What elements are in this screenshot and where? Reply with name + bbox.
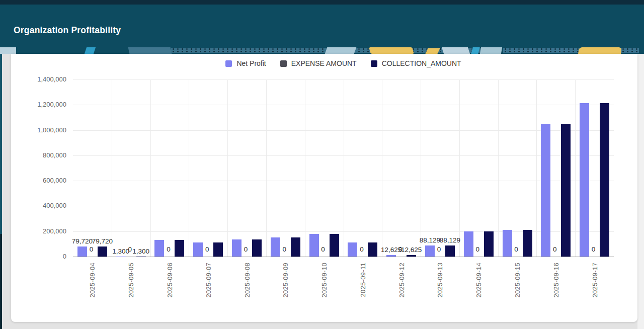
bar-collection-amount-2025-09-15[interactable] (523, 230, 532, 257)
value-label-expense: 0 (437, 245, 441, 253)
page-header: Organization Profitability (0, 5, 644, 46)
value-label-expense: 0 (167, 245, 171, 253)
bar-collection-amount-2025-09-04[interactable] (98, 246, 107, 257)
bar-net-profit-2025-09-15[interactable] (503, 230, 512, 257)
vertical-gridline (575, 79, 576, 257)
y-axis-tick-label: 400,000 (16, 202, 66, 210)
x-axis-tick-label: 2025-09-15 (513, 263, 522, 298)
right-edge-gutter (637, 54, 644, 329)
bar-net-profit-2025-09-08[interactable] (232, 239, 242, 257)
x-axis-tick-label: 2025-09-11 (359, 263, 367, 297)
value-label-expense: 0 (475, 245, 479, 253)
bar-collection-amount-2025-09-16[interactable] (561, 124, 571, 257)
vertical-gridline (498, 79, 499, 257)
value-label-collection: 12,625 (401, 246, 422, 254)
chart-card: Net ProfitEXPENSE AMOUNTCOLLECTION_AMOUN… (11, 54, 637, 322)
banner-decoration (578, 47, 622, 54)
bar-net-profit-2025-09-12[interactable] (386, 255, 396, 257)
banner-decoration (369, 47, 414, 54)
value-label-expense: 0 (90, 245, 94, 253)
banner-decoration (480, 47, 502, 54)
vertical-gridline (344, 79, 344, 257)
vertical-gridline (536, 79, 537, 257)
bar-net-profit-2025-09-06[interactable] (154, 240, 164, 257)
bar-collection-amount-2025-09-12[interactable] (407, 255, 416, 257)
vertical-gridline (421, 79, 421, 257)
bar-collection-amount-2025-09-17[interactable] (600, 103, 609, 257)
x-axis-tick-label: 2025-09-16 (552, 263, 560, 298)
bar-net-profit-2025-09-07[interactable] (193, 242, 203, 257)
x-axis-tick-label: 2025-09-06 (166, 263, 174, 298)
value-label-net-profit: 79,720 (72, 237, 93, 245)
bar-net-profit-2025-09-17[interactable] (580, 103, 589, 257)
bar-net-profit-2025-09-13[interactable] (425, 245, 435, 257)
banner-decoration (325, 47, 357, 54)
vertical-gridline (382, 79, 382, 257)
banner-decoration (0, 47, 16, 54)
bar-net-profit-2025-09-14[interactable] (464, 231, 473, 257)
decorative-banner (0, 46, 644, 54)
y-axis-tick-label: 0 (16, 253, 66, 261)
value-label-expense: 0 (205, 245, 209, 253)
profitability-bar-chart: 0200,000400,000600,000800,0001,000,0001,… (11, 54, 637, 322)
value-label-collection: 1,300 (132, 248, 149, 255)
value-label-expense: 0 (553, 245, 557, 253)
bar-net-profit-2025-09-11[interactable] (348, 242, 357, 257)
value-label-expense: 0 (592, 245, 596, 253)
y-axis-tick-label: 1,000,000 (16, 126, 66, 134)
y-axis-tick-label: 600,000 (16, 177, 66, 185)
y-axis-tick-label: 1,400,000 (16, 75, 66, 84)
vertical-gridline (189, 79, 189, 257)
y-axis-tick-label: 1,200,000 (16, 101, 66, 109)
bar-collection-amount-2025-09-08[interactable] (252, 239, 262, 257)
banner-decoration (425, 48, 440, 54)
left-edge-panel (0, 54, 2, 234)
value-label-net-profit: 1,300 (112, 248, 129, 255)
value-label-expense: 0 (283, 245, 287, 253)
vertical-gridline (266, 79, 267, 257)
banner-decoration (128, 47, 172, 54)
vertical-gridline (227, 79, 228, 257)
banner-decoration (442, 47, 470, 54)
x-axis-tick-label: 2025-09-05 (127, 263, 135, 298)
value-label-collection: 79,720 (92, 237, 113, 245)
bar-net-profit-2025-09-16[interactable] (541, 124, 550, 257)
value-label-expense: 0 (514, 245, 518, 253)
x-axis-tick-label: 2025-09-14 (474, 263, 483, 298)
bar-collection-amount-2025-09-09[interactable] (291, 237, 300, 257)
value-label-expense: 0 (360, 245, 364, 253)
bar-collection-amount-2025-09-11[interactable] (368, 242, 377, 257)
value-label-collection: 88,129 (440, 236, 460, 244)
page-title: Organization Profitability (14, 25, 121, 36)
vertical-gridline (112, 79, 112, 257)
vertical-gridline (150, 79, 151, 257)
x-axis-tick-label: 2025-09-10 (320, 263, 329, 298)
bar-net-profit-2025-09-09[interactable] (271, 237, 280, 257)
bar-collection-amount-2025-09-10[interactable] (330, 234, 339, 257)
bar-collection-amount-2025-09-13[interactable] (445, 245, 455, 257)
vertical-gridline (305, 79, 305, 257)
x-axis-tick-label: 2025-09-12 (397, 263, 406, 298)
value-label-net-profit: 88,129 (420, 236, 440, 244)
vertical-gridline (459, 79, 460, 257)
x-axis-tick-label: 2025-09-07 (204, 263, 213, 298)
bar-net-profit-2025-09-04[interactable] (77, 246, 87, 257)
x-axis-tick-label: 2025-09-17 (591, 263, 599, 298)
x-axis-tick-label: 2025-09-13 (436, 263, 444, 298)
value-label-expense: 0 (244, 245, 248, 253)
y-axis-tick-label: 200,000 (16, 227, 66, 235)
banner-decoration (85, 47, 96, 54)
top-window-strip (0, 0, 644, 5)
value-label-expense: 0 (321, 245, 325, 253)
bar-net-profit-2025-09-10[interactable] (309, 234, 319, 257)
x-axis-line (73, 257, 614, 257)
x-axis-tick-label: 2025-09-04 (88, 263, 97, 298)
value-label-expense: 0 (128, 245, 132, 253)
bar-collection-amount-2025-09-07[interactable] (213, 242, 223, 257)
bar-collection-amount-2025-09-14[interactable] (484, 231, 494, 257)
x-axis-tick-label: 2025-09-09 (281, 263, 290, 298)
x-axis-tick-label: 2025-09-08 (243, 263, 252, 298)
left-edge-panel-lower (0, 234, 2, 329)
bar-collection-amount-2025-09-06[interactable] (175, 240, 184, 257)
y-axis-tick-label: 800,000 (16, 151, 66, 159)
